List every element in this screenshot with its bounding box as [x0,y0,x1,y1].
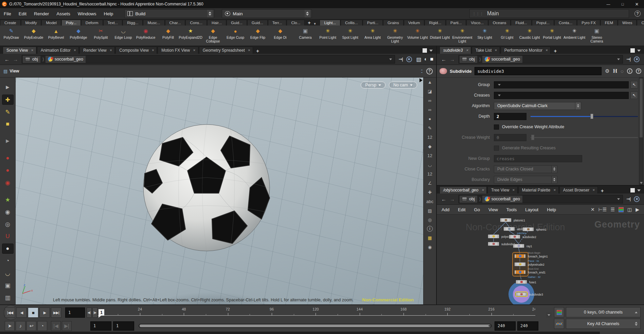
node-subdivide3[interactable] [516,292,527,296]
point-normals-icon[interactable]: ✎ [426,125,434,131]
color-palette-icon[interactable] [619,207,624,212]
param-field[interactable] [494,92,629,99]
minimize-button[interactable]: — [601,0,615,8]
shelf-tool-gi-light[interactable]: ✳GI Light [496,27,518,44]
pane-menu-icon[interactable] [637,50,641,52]
stow-bar-icon[interactable]: ⁚⁚ [421,69,422,74]
param-dropdown[interactable]: Pull Cracks Closed [494,165,552,173]
close-tab-icon[interactable]: ✕ [248,49,251,52]
close-tab-icon[interactable]: ✕ [495,49,497,52]
close-tab-icon[interactable]: ✕ [592,188,595,192]
view-menu-icon[interactable]: ▤ [3,69,7,74]
node-platonic1[interactable] [500,218,512,222]
picker-button[interactable]: ↖ [630,91,638,99]
range-end-field[interactable]: 240 [495,321,516,331]
path-node-chip[interactable]: soccerball_geo [482,56,522,63]
info-icon[interactable]: i [627,68,632,74]
path-dropdown-icon[interactable] [389,59,392,60]
shelf-tab-fem[interactable]: FEM [601,20,618,26]
param-dropdown[interactable]: Divide Edges [494,176,552,184]
shelf-tab-rigg[interactable]: Rigg... [123,20,143,26]
playhead[interactable]: 1 [99,309,104,316]
shelf-tab-oceans[interactable]: Oceans [488,20,511,26]
shelf-tool-sky-light[interactable]: ✳Sky Light [473,27,496,44]
select-tool[interactable]: ► [2,136,14,146]
field-menu-icon[interactable] [497,92,502,99]
shelf-tab-popul[interactable]: Popul... [532,20,554,26]
shelf-tab-create[interactable]: Create [0,20,21,26]
point-numbers-icon[interactable]: 12 [426,134,434,140]
go-to-end-button[interactable]: ▶▶| [51,307,61,318]
measure-icon[interactable]: ∠ [426,180,434,186]
shelf-tool-area-light[interactable]: ✳Area Light [361,27,384,44]
pin-icon[interactable]: ⊸| [627,57,630,62]
shelf-tab-parti[interactable]: Parti... [446,20,466,26]
range-slider[interactable] [139,324,492,328]
scale-tool[interactable]: ■ [2,119,14,129]
shelf-tab-guid[interactable]: Guid... [247,20,268,26]
close-tab-icon[interactable]: ✕ [545,49,548,52]
pane-menu-icon[interactable] [637,189,641,191]
tab-subdivide3[interactable]: subdivide3✕ [440,47,471,54]
shelf-tab-char[interactable]: Char... [165,20,185,26]
shelf-tab-musc[interactable]: Musc... [143,20,164,26]
scene-path-field[interactable]: obj ⟩ soccerball_geo [22,55,395,64]
step-forward-button[interactable]: |▶ [92,307,97,318]
param-value-field[interactable]: 2 [494,113,526,120]
undo-icon[interactable]: ↩ [26,321,36,331]
playbar-options-icon[interactable]: ➤ [5,321,15,331]
maximize-button[interactable]: □ [615,0,630,8]
add-shelf-tab-button[interactable]: + [305,20,313,26]
shelfset-spinner[interactable] [305,10,310,17]
back-icon[interactable]: ← [4,56,10,62]
sphere-brush-tool[interactable]: ● [2,153,14,163]
param-value-field[interactable]: 0 [494,134,526,141]
tree-icon[interactable]: ⊢☰ [598,207,607,212]
shelf-tab-clo[interactable]: Clo... [287,20,305,26]
shelf-tab-model[interactable]: Model [41,20,61,26]
menu-windows[interactable]: Windows [74,11,100,16]
scroll-up-icon[interactable]: ▲ [426,79,434,85]
back-icon[interactable]: ← [441,196,446,202]
sphere-paint-tool[interactable]: ● [2,165,14,176]
shelf-tool-volume-light[interactable]: ✳Volume Light [406,27,429,44]
param-field[interactable]: creases [494,155,582,162]
node-attribcreate1[interactable] [503,227,515,231]
shelf-tab-text[interactable]: Text... [103,20,123,26]
tab-treeview[interactable]: Tree View✕ [487,186,518,194]
audio-icon[interactable]: ♪ [16,321,25,331]
close-button[interactable]: ✕ [630,0,644,8]
shelf-tool-polysplit[interactable]: ✂PolySplit [90,27,112,44]
construction-grid-icon[interactable]: ▦ [426,235,434,241]
shelf-tab-rigid[interactable]: Rigid... [425,20,446,26]
shelf-tool-edge-collapse[interactable]: ◆Edge Collapse [202,27,224,44]
shelf-tab-wires[interactable]: Wires [618,20,637,26]
maximize-pane-icon[interactable] [630,188,635,193]
close-tab-icon[interactable]: ✕ [74,49,76,52]
follow-icon[interactable] [406,56,412,62]
persp-selector[interactable]: Persp [361,82,386,88]
slider-handle[interactable] [590,114,593,119]
follow-icon[interactable] [634,56,640,62]
shelfset-selector[interactable]: Main [222,9,312,18]
camera-selector[interactable]: No cam [389,82,417,88]
shelf-tool-caustic-light[interactable]: ✳Caustic Light [518,27,541,44]
view-label[interactable]: View [10,69,19,73]
shelf-tab-light[interactable]: Light... [320,20,340,26]
location-marker-icon[interactable]: ◎ [426,217,434,223]
shelf-tab-pyrofx[interactable]: Pyro FX [577,20,600,26]
path-node-chip[interactable]: soccerball_geo [482,196,522,203]
shelf-tool-ambient-light[interactable]: ✳Ambient Light [563,27,586,44]
shelf-tool-polyfill[interactable]: ◆PolyFill [157,27,179,44]
dropdown-spinner-icon[interactable] [552,176,557,184]
shelf-tool-polyreduce[interactable]: ◉PolyReduce [135,27,157,44]
shelf-tool-edge-di[interactable]: ◆Edge Di [269,27,291,44]
network-menu-layout[interactable]: Layout [525,207,538,212]
path-root-chip[interactable]: obj [460,56,477,63]
tools-icon[interactable]: ✕ [591,207,595,212]
prev-key-button[interactable]: |◀ [51,321,61,331]
pose-tool[interactable]: ◎ [2,219,14,229]
param-slider[interactable] [531,134,638,141]
shelf-tab-crowds[interactable]: Crowds [637,20,644,26]
cube-display-icon[interactable]: ▧ [416,56,422,63]
